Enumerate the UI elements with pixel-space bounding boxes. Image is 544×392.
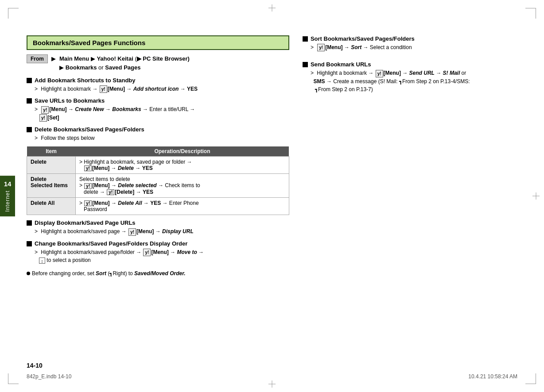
page-number-bottom: 14-10	[27, 362, 43, 369]
table-cell-op-delete: > Highlight a bookmark, saved page or fo…	[76, 156, 289, 173]
section-save-urls: Save URLs to Bookmarks > y![Menu] → Crea…	[27, 97, 289, 122]
from-box: From ▶ Main Menu ▶ Yahoo! Keitai (▶ PC S…	[27, 54, 289, 72]
steps-table: Item Operation/Description Delete > High…	[27, 146, 289, 215]
corner-mark-bl	[8, 373, 19, 384]
page-tab-label: Internet	[4, 190, 11, 212]
center-cross-top	[268, 4, 276, 12]
bullet-square-icon-r2	[303, 62, 308, 67]
right-column: Sort Bookmarks/Saved Pages/Folders > y![…	[303, 35, 517, 357]
section-add-bookmark-shortcuts: Add Bookmark Shortcuts to Standby > High…	[27, 77, 289, 93]
section-delete-bookmarks: Delete Bookmarks/Saved Pages/Folders > F…	[27, 126, 289, 142]
section-heading-save-urls: Save URLs to Bookmarks	[27, 97, 289, 104]
heading-save-urls-label: Save URLs to Bookmarks	[35, 97, 105, 104]
heading-send-urls-label: Send Bookmark URLs	[311, 61, 371, 68]
section-heading-sort: Sort Bookmarks/Saved Pages/Folders	[303, 35, 517, 42]
section-title: Bookmarks/Saved Pages Functions	[27, 35, 289, 50]
heading-sort-label: Sort Bookmarks/Saved Pages/Folders	[311, 35, 415, 42]
table-header-item: Item	[27, 146, 76, 157]
from-badge: From	[27, 54, 48, 63]
left-column: Bookmarks/Saved Pages Functions From ▶ M…	[27, 35, 289, 357]
corner-mark-tr	[525, 8, 536, 19]
menu-icon-9: y!	[143, 249, 151, 256]
menu-icon-3: y!	[39, 114, 47, 122]
body-sort: > y![Menu] → Sort → Select a condition	[303, 43, 517, 51]
page-tab-number: 14	[4, 180, 12, 188]
bullet-square-icon-2	[27, 98, 32, 104]
heading-add-shortcuts-label: Add Bookmark Shortcuts to Standby	[35, 77, 136, 84]
section-display-urls: Display Bookmark/Saved Page URLs > Highl…	[27, 219, 289, 235]
corner-mark-br	[525, 373, 536, 384]
heading-display-urls-label: Display Bookmark/Saved Page URLs	[35, 219, 136, 226]
page-tab: 14 Internet	[0, 176, 15, 216]
corner-mark-tl	[8, 8, 19, 19]
section-sort-bookmarks: Sort Bookmarks/Saved Pages/Folders > y![…	[303, 35, 517, 51]
table-cell-item-delete: Delete	[27, 156, 76, 173]
bullet-dot-item: Before changing order, set Sort (┓Right)…	[27, 270, 289, 277]
from-path: Main Menu ▶ Yahoo! Keitai (▶ PC Site Bro…	[59, 54, 190, 72]
menu-icon-r1: y!	[317, 44, 325, 51]
section-heading-add-shortcuts: Add Bookmark Shortcuts to Standby	[27, 77, 289, 84]
menu-icon: y!	[100, 85, 107, 93]
bullet-dot-text: Before changing order, set Sort (┓Right)…	[32, 270, 186, 277]
section-send-bookmark-urls: Send Bookmark URLs > Highlight a bookmar…	[303, 61, 517, 93]
table-cell-op-delete-all: > y![Menu] → Delete All → YES → Enter Ph…	[76, 197, 289, 215]
section-heading-send-urls: Send Bookmark URLs	[303, 61, 517, 68]
from-arrow-icon: ▶	[51, 55, 56, 62]
center-cross-right	[532, 192, 540, 200]
table-row-delete-all: Delete All > y![Menu] → Delete All → YES…	[27, 197, 289, 215]
body-display-urls: > Highlight a bookmark/saved page → y![M…	[27, 227, 289, 235]
main-content: Bookmarks/Saved Pages Functions From ▶ M…	[27, 35, 517, 357]
table-cell-item-delete-selected: DeleteSelected Items	[27, 174, 76, 198]
table-row-delete-selected: DeleteSelected Items Select items to del…	[27, 174, 289, 198]
menu-icon-4: y!	[84, 165, 92, 171]
footer-right: 10.4.21 10:58:24 AM	[468, 373, 517, 380]
section-heading-delete: Delete Bookmarks/Saved Pages/Folders	[27, 126, 289, 133]
body-add-shortcuts: > Highlight a bookmark → y![Menu] → Add …	[27, 85, 289, 93]
section-change-order: Change Bookmarks/Saved Pages/Folders Dis…	[27, 240, 289, 264]
menu-icon-8: y!	[128, 228, 136, 236]
table-row-delete: Delete > Highlight a bookmark, saved pag…	[27, 156, 289, 173]
bullet-square-icon-r1	[303, 36, 308, 42]
bullet-square-icon	[27, 78, 32, 83]
menu-icon-r2: y!	[376, 70, 383, 77]
menu-icon-6: y!	[107, 189, 114, 195]
heading-delete-label: Delete Bookmarks/Saved Pages/Folders	[35, 126, 144, 133]
bullet-square-icon-3	[27, 127, 32, 132]
table-cell-op-delete-selected: Select items to delete > y![Menu] → Dele…	[76, 174, 289, 198]
body-change-order: > Highlight a bookmark/saved page/folder…	[27, 248, 289, 264]
footer-left: 842p_E.indb 14-10	[27, 373, 71, 380]
section-heading-display-urls: Display Bookmark/Saved Page URLs	[27, 219, 289, 226]
menu-icon-5: y!	[84, 183, 92, 189]
center-cross-bottom	[268, 380, 276, 388]
body-send-urls: > Highlight a bookmark → y![Menu] → Send…	[303, 69, 517, 93]
section-heading-change-order: Change Bookmarks/Saved Pages/Folders Dis…	[27, 240, 289, 247]
menu-icon-2: y!	[41, 106, 49, 114]
menu-icon-7: y!	[84, 200, 92, 206]
body-save-urls: > y![Menu] → Create New → Bookmarks → En…	[27, 105, 289, 122]
table-header-operation: Operation/Description	[76, 146, 289, 157]
body-delete: > Follow the steps below	[27, 134, 289, 142]
bullet-square-icon-5	[27, 241, 32, 246]
table-cell-item-delete-all: Delete All	[27, 197, 76, 215]
dot-icon	[27, 272, 30, 275]
heading-change-order-label: Change Bookmarks/Saved Pages/Folders Dis…	[35, 240, 187, 247]
bullet-square-icon-4	[27, 220, 32, 226]
footer: 842p_E.indb 14-10 10.4.21 10:58:24 AM	[27, 373, 517, 380]
